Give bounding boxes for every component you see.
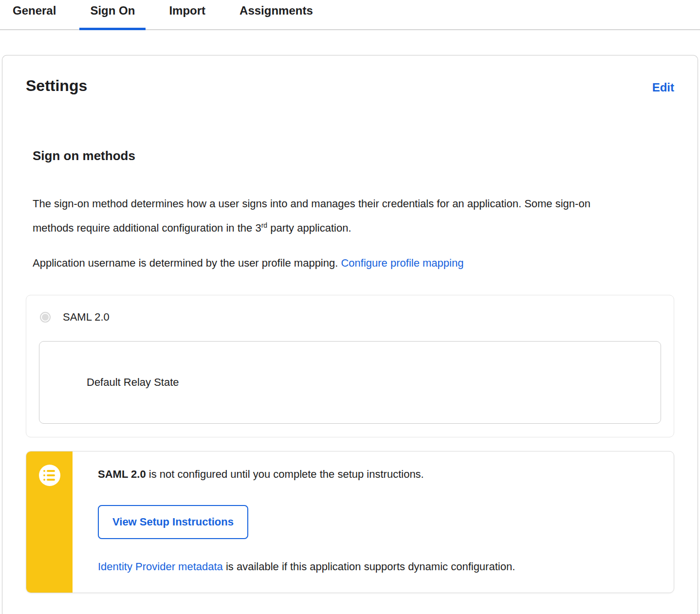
tab-assignments[interactable]: Assignments [229,0,324,29]
list-icon-bar [47,474,55,476]
list-icon-dot [43,470,45,472]
tab-general[interactable]: General [2,0,67,29]
saml-method-box: SAML 2.0 Default Relay State [26,295,674,437]
list-icon-bar [47,479,55,481]
ordinal-superscript: rd [261,221,267,229]
tab-sign-on[interactable]: Sign On [79,0,146,29]
callout-message: SAML 2.0 is not configured until you com… [98,467,654,482]
tab-bar: General Sign On Import Assignments [0,0,700,30]
sign-on-methods-heading: Sign on methods [33,148,674,163]
settings-card: Settings Edit Sign on methods The sign-o… [2,55,698,614]
sign-on-method-description: The sign-on method determines how a user… [33,192,595,240]
username-mapping-text: Application username is determined by th… [33,257,341,269]
list-icon-dot [43,474,45,476]
view-setup-instructions-button[interactable]: View Setup Instructions [98,505,248,539]
callout-message-text: is not configured until you complete the… [146,468,424,480]
page-title: Settings [26,77,87,95]
callout-accent-strip [26,451,73,593]
edit-link[interactable]: Edit [652,81,674,94]
list-icon-dot [43,479,45,481]
description-text-tail: party application. [267,222,351,234]
saml-radio-label: SAML 2.0 [63,311,110,324]
identity-provider-metadata-link[interactable]: Identity Provider metadata [98,560,223,573]
list-icon-row [43,470,60,472]
default-relay-state-row: Default Relay State [39,341,661,424]
list-icon [39,465,60,486]
card-header: Settings Edit [26,77,674,95]
callout-footer: Identity Provider metadata is available … [98,560,654,573]
saml-setup-callout: SAML 2.0 is not configured until you com… [26,451,674,593]
sign-on-methods-section: Sign on methods The sign-on method deter… [26,148,674,275]
list-icon-row [43,479,60,481]
username-mapping-line: Application username is determined by th… [33,251,595,275]
list-icon-bar [47,470,55,472]
callout-footer-text: is available if this application support… [223,560,515,573]
configure-profile-mapping-link[interactable]: Configure profile mapping [341,257,463,269]
callout-content: SAML 2.0 is not configured until you com… [73,451,674,593]
saml-radio-button[interactable] [40,312,51,323]
saml-radio-row: SAML 2.0 [40,311,661,324]
default-relay-state-label: Default Relay State [87,376,179,389]
callout-method-name: SAML 2.0 [98,468,146,480]
tab-import[interactable]: Import [158,0,216,29]
list-icon-row [43,474,60,476]
